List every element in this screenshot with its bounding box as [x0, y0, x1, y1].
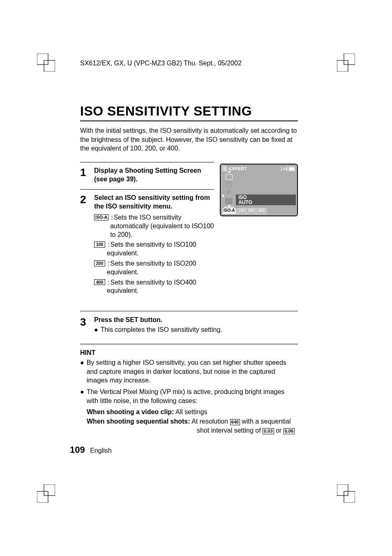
page-title: ISO SENSITIVITY SETTING	[80, 104, 298, 121]
svg-rect-1	[44, 60, 55, 72]
svg-rect-6	[344, 491, 355, 503]
step-heading: Select an ISO sensitivity setting from t…	[94, 194, 214, 211]
page-content: ISO SENSITIVITY SETTING With the initial…	[80, 104, 298, 435]
hint-bullet-2: The Vertical Pixel Mixing (VP mix) is ac…	[87, 387, 298, 405]
interval-box: 0.03	[263, 428, 274, 434]
iso-options-row: ISO-A 100 200 400	[223, 208, 266, 214]
language-label: English	[90, 447, 111, 454]
option-box: ISO-A	[94, 214, 108, 220]
flash-icon	[226, 189, 232, 195]
option-box: 200	[94, 260, 105, 266]
iso-option-200: 200	[247, 208, 256, 214]
step-bullet: This completes the ISO sensitivity setti…	[101, 326, 222, 334]
hint-separator	[80, 343, 298, 345]
bullet-icon: ●	[80, 387, 84, 405]
option-iso-400: 400:Sets the sensitivity to ISO400 equiv…	[94, 278, 214, 296]
option-text: Sets the ISO sensitivity automatically (…	[110, 214, 214, 238]
intro-text: With the initial settings, the ISO sensi…	[80, 126, 298, 153]
arrow-up-icon	[228, 171, 231, 173]
page-number: 109	[70, 445, 85, 455]
step-number: 1	[80, 167, 94, 178]
iso-option-400: 400	[257, 208, 266, 214]
arrow-left-icon	[222, 194, 224, 197]
option-text: Sets the sensitivity to ISO100 equivalen…	[107, 241, 196, 257]
hint-title: HINT	[80, 349, 298, 357]
hint-sub-1: When shooting a video clip: All settings	[87, 408, 298, 417]
hint-bullet-1: By setting a higher ISO sensitivity, you…	[87, 358, 298, 385]
svg-rect-3	[337, 60, 348, 72]
mode-b-indicator: B	[222, 166, 227, 171]
svg-rect-2	[344, 53, 355, 65]
crop-mark-br	[337, 484, 355, 503]
svg-rect-5	[44, 484, 55, 496]
bullet-icon: ●	[94, 326, 98, 334]
step-heading: Display a Shooting Setting Screen (see p…	[94, 167, 214, 184]
timer-icon	[226, 181, 232, 188]
option-iso-200: 200:Sets the sensitivity to ISO200 equiv…	[94, 259, 214, 277]
resolution-box: 640	[230, 419, 240, 425]
option-iso-100: 100:Sets the sensitivity to ISO100 equiv…	[94, 241, 214, 258]
step-number: 2	[80, 194, 94, 206]
camera-screen-illustration: B EXPERT 14 ISOAUTO AWB ✔ ISO-A 100 200	[220, 164, 298, 216]
page-footer: 109 English	[70, 445, 112, 455]
step-1: 1 Display a Shooting Setting Screen (see…	[80, 162, 214, 184]
grid-icon	[226, 198, 232, 204]
option-text: Sets the sensitivity to ISO400 equivalen…	[107, 279, 196, 294]
svg-rect-0	[37, 53, 48, 65]
screen-icon	[226, 174, 233, 180]
crop-mark-tl	[37, 53, 55, 72]
iso-option-auto: ISO-A	[223, 208, 236, 214]
hint-sub-2-cont: shot interval setting of 0.03 or 0.06	[197, 426, 298, 435]
expert-label: EXPERT	[229, 166, 247, 171]
step-2: 2 Select an ISO sensitivity setting from…	[80, 189, 214, 297]
step-3: 3 Press the SET button. ●This completes …	[80, 311, 298, 334]
option-box: 100	[94, 241, 105, 248]
battery-icon	[287, 167, 295, 171]
interval-box: 0.06	[284, 428, 295, 434]
option-text: Sets the sensitivity to ISO200 equivalen…	[107, 260, 196, 276]
option-iso-auto: ISO-A:Sets the ISO sensitivity automatic…	[94, 213, 214, 239]
step-heading: Press the SET button.	[94, 316, 298, 324]
iso-tooltip: ISOAUTO	[238, 195, 252, 205]
svg-rect-4	[37, 491, 48, 503]
step-number: 3	[80, 316, 94, 328]
option-box: 400	[94, 279, 105, 285]
document-header: SX612/EX, GX, U (VPC-MZ3 GB2) Thu. Sept.…	[80, 60, 242, 67]
count-display: 14	[280, 166, 286, 172]
crop-mark-bl	[37, 484, 55, 503]
iso-option-100: 100	[237, 208, 246, 214]
hint-sub-2: When shooting sequential shots: At resol…	[87, 417, 298, 426]
svg-rect-7	[337, 484, 348, 496]
bullet-icon: ●	[80, 358, 84, 385]
crop-mark-tr	[337, 53, 355, 72]
